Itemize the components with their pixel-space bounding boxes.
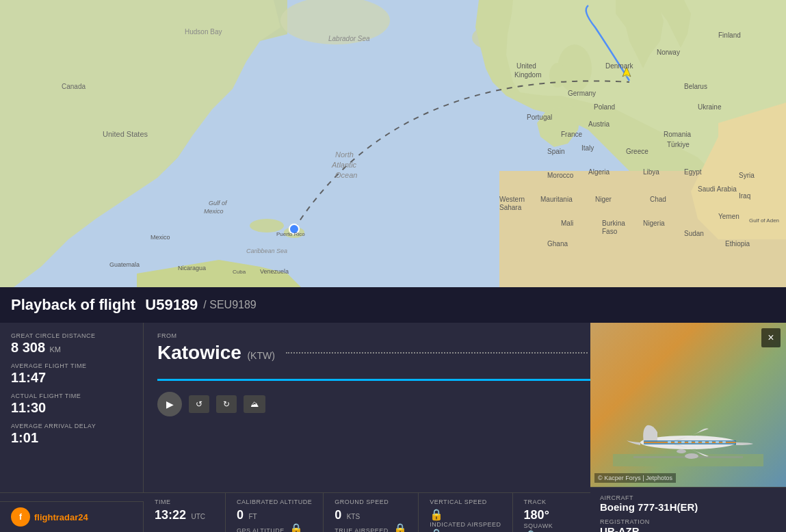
from-label: FROM [157,332,278,339]
time-label: TIME [155,498,214,505]
svg-text:Burkina: Burkina [602,220,625,227]
time-unit: UTC [192,513,206,520]
svg-text:Saudi Arabia: Saudi Arabia [698,185,737,193]
cal-alt-unit: FT [248,513,257,520]
route-arrow: ✈ → [286,344,626,362]
great-circle-value: 8 308 KM [11,339,132,356]
playback-label: Playback of flight [11,296,135,313]
from-city-name: Katowice [157,342,241,363]
great-circle-label: GREAT CIRCLE DISTANCE [11,332,132,339]
cal-alt-value-block: 0 FT [237,508,312,522]
gps-alt-lock-icon: 🔒 [289,523,304,532]
fr24-logo: f flightradar24 [11,507,132,527]
svg-text:Ghana: Ghana [547,240,568,248]
avg-flight-label: AVERAGE FLIGHT TIME [11,362,132,369]
svg-text:Niger: Niger [595,196,612,203]
title-bar: Playback of flight U59189 / SEU9189 [0,287,786,323]
ground-speed-unit: KTS [347,513,360,520]
logo-area: f flightradar24 [0,501,144,532]
ground-speed-value-block: 0 KTS [335,508,407,522]
svg-text:Nicaragua: Nicaragua [178,265,206,271]
svg-rect-87 [681,441,685,443]
avg-delay-label: AVERAGE ARRIVAL DELAY [11,423,132,429]
svg-rect-85 [695,441,698,443]
svg-point-90 [685,453,698,459]
from-city-code: (KTW) [247,350,274,361]
svg-text:Mexico: Mexico [150,234,170,241]
rewind-button[interactable]: ↺ [189,395,209,413]
aircraft-info: AIRCRAFT Boeing 777-31H(ER) REGISTRATION… [590,487,786,532]
info-panel: Playback of flight U59189 / SEU9189 GREA… [0,287,786,532]
svg-text:France: France [561,131,583,138]
svg-text:Mauritania: Mauritania [540,196,573,203]
fr24-name: flightradar24 [34,512,88,522]
svg-text:North: North [335,150,354,159]
svg-text:Cuba: Cuba [233,269,246,275]
squawk-label: SQUAWK [524,522,584,529]
svg-point-21 [624,71,629,77]
svg-text:Türkiye: Türkiye [667,141,690,148]
fr24-circle-icon: f [11,507,30,527]
camera-button[interactable]: ⛰ [244,395,265,413]
svg-text:Libya: Libya [643,168,659,176]
photo-credit: © Kacper Forys | Jetphotos [594,473,676,483]
svg-rect-81 [722,441,726,443]
svg-text:Germany: Germany [568,90,596,97]
actual-flight-value: 11:30 [11,399,132,416]
true-airspeed-label: TRUE AIRSPEED 🔒 [335,522,407,532]
svg-text:Romania: Romania [664,131,691,138]
svg-text:Chad: Chad [650,196,666,203]
svg-text:Ocean: Ocean [335,171,357,179]
svg-text:Sahara: Sahara [499,204,522,211]
svg-text:Gulf of Aden: Gulf of Aden [749,217,779,224]
aircraft-type-label: AIRCRAFT [600,494,776,501]
svg-text:Caribbean Sea: Caribbean Sea [246,248,287,254]
svg-text:Western: Western [499,196,525,203]
svg-text:United States: United States [103,130,148,138]
page-title: Playback of flight U59189 [11,296,198,314]
svg-rect-84 [702,441,705,443]
svg-text:Atlantic: Atlantic [331,161,357,169]
track-value: 180° [524,508,584,522]
map-container: United States Canada Hudson Bay North At… [0,0,786,287]
vertical-speed-lock-icon: 🔒 [430,508,443,521]
play-button[interactable]: ▶ [157,392,182,416]
svg-text:Yemen: Yemen [718,213,739,220]
svg-rect-83 [709,441,712,443]
track-item: TRACK 180° SQUAWK 🔒 [513,493,595,532]
svg-text:Morocco: Morocco [547,172,574,179]
forward-button[interactable]: ↻ [216,395,237,413]
svg-point-9 [549,63,566,88]
cal-alt-value: 0 [237,508,244,522]
vertical-speed-locked: 🔒 [430,508,501,521]
cal-alt-label: CALIBRATED ALTITUDE [237,498,312,505]
time-value-block: 13:22 UTC [155,508,214,522]
vertical-speed-item: VERTICAL SPEED 🔒 INDICATED AIRSPEED 🔒 [419,493,512,532]
flight-number: U59189 [145,296,198,313]
svg-rect-88 [674,441,678,443]
true-airspeed-lock-icon: 🔒 [393,523,408,532]
svg-text:Syria: Syria [739,172,755,179]
close-panel-button[interactable]: × [761,328,781,347]
squawk-lock-icon: 🔒 [524,529,538,532]
ground-speed-label: GROUND SPEED [335,498,407,505]
svg-text:Austria: Austria [588,120,610,128]
aircraft-panel: × [590,323,786,532]
svg-text:Algeria: Algeria [588,168,610,176]
svg-text:Mexico: Mexico [204,208,224,215]
indicated-airspeed-label: INDICATED AIRSPEED [430,521,501,528]
svg-text:Nigeria: Nigeria [643,220,665,227]
from-city-block: Katowice (KTW) [157,342,275,364]
svg-text:Egypt: Egypt [684,168,702,176]
svg-point-91 [677,449,686,453]
route-dots [286,352,588,354]
svg-text:Poland: Poland [594,103,615,111]
registration-value: UR-AZR [600,525,776,532]
svg-text:Belarus: Belarus [684,83,707,90]
svg-text:Spain: Spain [547,148,565,155]
svg-text:Hudson Bay: Hudson Bay [185,28,222,36]
ground-speed-item: GROUND SPEED 0 KTS TRUE AIRSPEED 🔒 [324,493,419,532]
ground-speed-value: 0 [335,508,341,522]
gps-alt-label: GPS ALTITUDE 🔒 [237,522,312,532]
svg-rect-86 [688,441,692,443]
